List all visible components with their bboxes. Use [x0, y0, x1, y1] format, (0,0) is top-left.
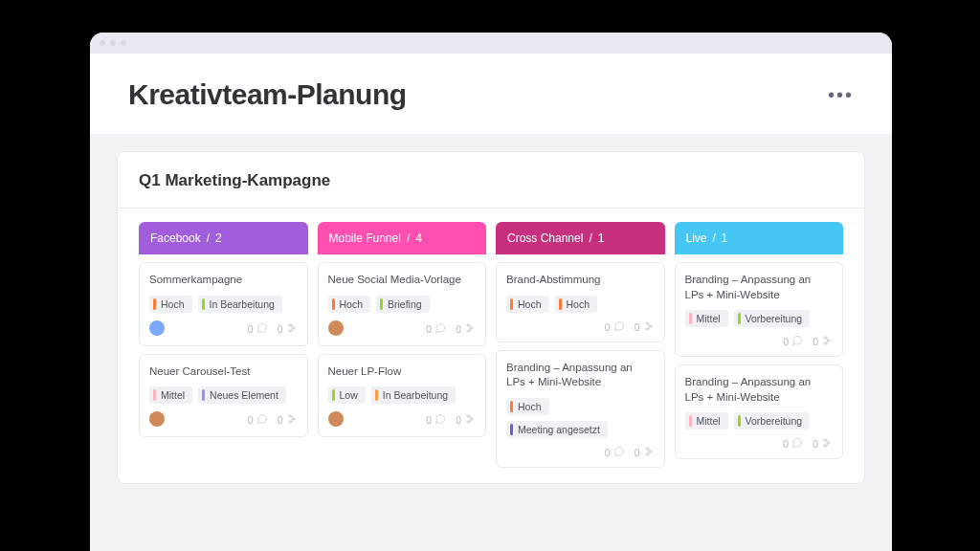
- status-tag[interactable]: Mittel: [685, 310, 728, 327]
- comment-icon: [256, 413, 268, 427]
- comments-count[interactable]: 0: [426, 322, 446, 336]
- subitems-number: 0: [278, 323, 283, 335]
- status-tag[interactable]: Meeting angesetzt: [506, 421, 608, 438]
- status-tag[interactable]: Vorbereitung: [734, 412, 811, 430]
- column-count-value: 1: [598, 231, 605, 245]
- status-tag[interactable]: Hoch: [328, 296, 371, 313]
- column-header[interactable]: Cross Channel / 1: [496, 222, 665, 254]
- tag-color-bar: [380, 298, 383, 310]
- card-metrics: 00: [248, 413, 298, 427]
- page-header: Kreativteam-Planung •••: [90, 54, 892, 134]
- tag-label: In Bearbeitung: [383, 389, 448, 401]
- column-name: Mobile Funnel: [329, 231, 401, 245]
- status-tag[interactable]: In Bearbeitung: [371, 386, 456, 404]
- card-metrics: 00: [605, 446, 655, 459]
- tag-color-bar: [510, 298, 513, 310]
- subitems-count[interactable]: 0: [635, 446, 655, 459]
- avatar[interactable]: [149, 320, 165, 336]
- tag-color-bar: [738, 415, 741, 427]
- kanban-card[interactable]: Neuer LP-FlowLowIn Bearbeitung00: [318, 354, 487, 438]
- subitems-count[interactable]: 0: [278, 413, 298, 427]
- comments-count[interactable]: 0: [605, 320, 625, 334]
- comments-count[interactable]: 0: [783, 335, 803, 348]
- subitems-count[interactable]: 0: [456, 413, 476, 427]
- status-tag[interactable]: Low: [328, 386, 366, 404]
- card-footer: 00: [149, 320, 298, 338]
- subitems-number: 0: [813, 336, 818, 347]
- kanban-card[interactable]: Branding – Anpassung an LPs + Mini-Websi…: [675, 364, 844, 459]
- tag-label: In Bearbeitung: [210, 298, 275, 310]
- avatar[interactable]: [149, 411, 165, 427]
- status-tag[interactable]: In Bearbeitung: [198, 296, 282, 313]
- kanban-card[interactable]: Neuer Carousel-TestMittelNeues Element00: [139, 354, 308, 438]
- comments-count[interactable]: 0: [426, 413, 446, 427]
- subitems-count[interactable]: 0: [813, 437, 833, 451]
- comment-icon: [434, 322, 446, 336]
- subitems-icon: [643, 446, 655, 459]
- avatar[interactable]: [328, 320, 344, 336]
- card-title: Branding – Anpassung an LPs + Mini-Websi…: [685, 273, 834, 302]
- card-tags: MittelVorbereitung: [685, 310, 834, 327]
- subitems-number: 0: [635, 447, 640, 458]
- column-header[interactable]: Facebook / 2: [139, 222, 308, 254]
- kanban-card[interactable]: Branding – Anpassung an LPs + Mini-Websi…: [496, 350, 665, 468]
- column-header[interactable]: Live / 1: [675, 222, 844, 254]
- comments-number: 0: [605, 321, 611, 333]
- subitems-icon: [464, 413, 476, 427]
- card-title: Brand-Abstimmung: [506, 273, 655, 288]
- comments-count[interactable]: 0: [783, 437, 803, 451]
- subitems-count[interactable]: 0: [635, 320, 655, 334]
- status-tag[interactable]: Hoch: [555, 296, 598, 313]
- status-tag[interactable]: Hoch: [506, 296, 549, 313]
- tag-color-bar: [202, 389, 205, 401]
- column-name: Cross Channel: [507, 231, 583, 245]
- comment-icon: [256, 322, 268, 336]
- card-metrics: 00: [426, 413, 476, 427]
- column-header[interactable]: Mobile Funnel / 4: [318, 222, 487, 254]
- column-count-value: 1: [722, 231, 728, 245]
- avatar[interactable]: [328, 411, 344, 427]
- window-dot: [100, 40, 105, 46]
- page-more-button[interactable]: •••: [828, 84, 854, 106]
- kanban-card[interactable]: Neue Social Media-VorlageHochBriefing00: [318, 262, 487, 346]
- subitems-icon: [286, 322, 298, 336]
- subitems-icon: [286, 413, 298, 427]
- card-metrics: 00: [426, 322, 476, 336]
- comments-number: 0: [426, 323, 432, 335]
- status-tag[interactable]: Hoch: [149, 296, 192, 313]
- comments-count[interactable]: 0: [248, 413, 268, 427]
- subitems-count[interactable]: 0: [456, 322, 476, 336]
- card-footer: 00: [149, 411, 298, 429]
- card-footer: 00: [328, 320, 477, 338]
- tag-color-bar: [202, 298, 205, 310]
- kanban-card[interactable]: Branding – Anpassung an LPs + Mini-Websi…: [675, 262, 844, 357]
- card-footer: 00: [506, 446, 655, 459]
- status-tag[interactable]: Vorbereitung: [734, 310, 811, 327]
- card-title: Neue Social Media-Vorlage: [328, 273, 477, 288]
- comment-icon: [791, 437, 803, 451]
- tag-label: Vorbereitung: [746, 313, 803, 324]
- kanban-card[interactable]: SommerkampagneHochIn Bearbeitung00: [139, 262, 308, 346]
- window-dot: [121, 40, 126, 46]
- status-tag[interactable]: Neues Element: [198, 386, 286, 404]
- card-tags: HochIn Bearbeitung: [149, 296, 298, 313]
- tag-label: Meeting angesetzt: [518, 424, 600, 435]
- card-tags: MittelVorbereitung: [685, 412, 834, 430]
- subitems-count[interactable]: 0: [278, 322, 298, 336]
- tag-color-bar: [153, 389, 156, 401]
- kanban-columns: Facebook / 2SommerkampagneHochIn Bearbei…: [139, 222, 843, 468]
- kanban-card[interactable]: Brand-AbstimmungHochHoch00: [496, 262, 665, 342]
- tag-label: Neues Element: [210, 389, 278, 401]
- status-tag[interactable]: Briefing: [376, 296, 430, 313]
- subitems-number: 0: [456, 414, 461, 426]
- comments-count[interactable]: 0: [605, 446, 625, 459]
- status-tag[interactable]: Mittel: [685, 412, 728, 430]
- kanban-column: Facebook / 2SommerkampagneHochIn Bearbei…: [139, 222, 308, 468]
- comments-count[interactable]: 0: [248, 322, 268, 336]
- subitems-count[interactable]: 0: [813, 335, 833, 348]
- card-tags: HochHoch: [506, 296, 655, 313]
- status-tag[interactable]: Hoch: [506, 398, 549, 415]
- card-tags: HochMeeting angesetzt: [506, 398, 655, 438]
- card-footer: 00: [506, 320, 655, 334]
- status-tag[interactable]: Mittel: [149, 386, 192, 404]
